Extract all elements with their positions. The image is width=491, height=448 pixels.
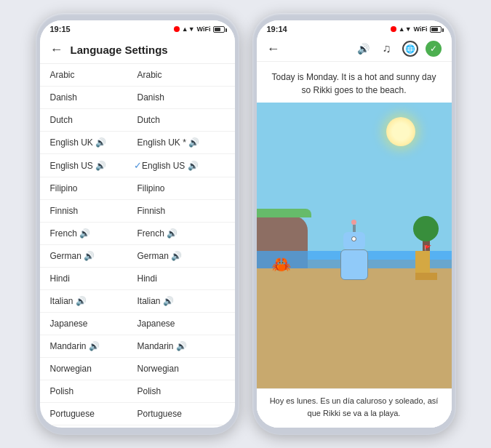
lang-name-col2: English US 🔊 bbox=[142, 161, 199, 171]
wifi-icon-1: WiFi bbox=[197, 25, 211, 33]
app-bar-language: ← Language Settings bbox=[40, 36, 235, 64]
lang-row[interactable]: German 🔊 German 🔊 bbox=[40, 245, 235, 268]
phone-story-reader: 19:14 ▲▼ WiFi ← 🔊 ♫ 🌐 ✓ bbox=[252, 13, 456, 435]
lang-row[interactable]: Italian 🔊 Italian 🔊 bbox=[40, 290, 235, 313]
lang-row[interactable]: Filipino Filipino bbox=[40, 177, 235, 200]
mic-icon-2 bbox=[389, 26, 396, 32]
lang-name-col2: Japanese bbox=[137, 319, 175, 329]
lang-col1: Portuguese bbox=[50, 409, 137, 419]
lang-name-col2: Hindi bbox=[137, 273, 157, 284]
lang-name-col2: Portuguese bbox=[137, 409, 182, 419]
sandcastle-decoration: 🚩 bbox=[415, 251, 437, 280]
crab-character: 🦀 bbox=[271, 255, 291, 274]
lang-col2: English UK * 🔊 bbox=[137, 137, 225, 148]
lang-col2: Finnish bbox=[137, 206, 225, 216]
mic-icon-1 bbox=[172, 26, 180, 32]
story-illustration: 🦀 🚩 bbox=[257, 103, 452, 388]
lang-name-col1: Arabic bbox=[50, 70, 75, 80]
lang-col1: Arabic bbox=[50, 70, 137, 80]
cliff-grass-decoration bbox=[257, 209, 311, 217]
lang-name-col1: Norwegian bbox=[50, 364, 92, 374]
back-button-2[interactable]: ← bbox=[267, 41, 280, 57]
signal-icon-2: ▲▼ bbox=[399, 25, 412, 33]
lang-name-col2: Arabic bbox=[137, 70, 162, 80]
lang-row[interactable]: Mandarin 🔊 Mandarin 🔊 bbox=[40, 335, 235, 358]
lang-col2: Japanese bbox=[137, 319, 225, 329]
lang-row[interactable]: English UK 🔊 English UK * 🔊 bbox=[40, 132, 235, 154]
lang-col1: Hindi bbox=[50, 273, 137, 284]
lang-row[interactable]: Hindi Hindi bbox=[40, 268, 235, 290]
lang-name-col2: Norwegian bbox=[137, 364, 179, 374]
lang-name-col1: German 🔊 bbox=[50, 251, 95, 261]
language-settings-title: Language Settings bbox=[71, 44, 168, 56]
story-text-top: Today is Monday. It is a hot and sunny d… bbox=[257, 62, 452, 103]
check-icon[interactable]: ✓ bbox=[426, 41, 442, 57]
reader-icons-right: 🔊 ♫ 🌐 ✓ bbox=[356, 41, 442, 57]
lang-col1: German 🔊 bbox=[50, 251, 137, 261]
lang-name-col2: Italian 🔊 bbox=[137, 296, 174, 306]
time-2: 19:14 bbox=[267, 25, 287, 33]
battery-icon-2 bbox=[430, 25, 442, 33]
lang-col1: Finnish bbox=[50, 206, 137, 216]
language-list[interactable]: Arabic Arabic Danish Danish Dutch Dutch bbox=[40, 64, 235, 428]
lang-row[interactable]: Japanese Japanese bbox=[40, 313, 235, 335]
sand-decoration bbox=[257, 268, 452, 388]
lang-col1: English US 🔊 bbox=[50, 161, 133, 171]
back-button-1[interactable]: ← bbox=[50, 42, 63, 57]
globe-icon[interactable]: 🌐 bbox=[402, 41, 418, 57]
lang-name-col1: English US 🔊 bbox=[50, 161, 107, 171]
lang-col1: Dutch bbox=[50, 115, 137, 125]
lang-col2: Danish bbox=[137, 92, 225, 103]
lang-col1: English UK 🔊 bbox=[50, 137, 137, 148]
lang-name-col1: English UK 🔊 bbox=[50, 137, 107, 148]
lang-col1: Danish bbox=[50, 92, 137, 103]
lang-row[interactable]: French 🔊 French 🔊 bbox=[40, 223, 235, 245]
signal-icon-1: ▲▼ bbox=[182, 25, 195, 33]
lang-name-col1: Finnish bbox=[50, 206, 79, 216]
lang-name-col2: Polish bbox=[137, 386, 161, 396]
lang-name-col1: Hindi bbox=[50, 273, 70, 284]
lang-col1: Japanese bbox=[50, 319, 137, 329]
lang-name-col1: French 🔊 bbox=[50, 228, 91, 239]
lang-name-col2: Mandarin 🔊 bbox=[137, 341, 187, 351]
lang-name-col2: Danish bbox=[137, 92, 164, 103]
lang-col1: Italian 🔊 bbox=[50, 296, 137, 306]
sun-decoration bbox=[386, 117, 415, 146]
lang-row[interactable]: Portuguese Portuguese bbox=[40, 403, 235, 425]
lang-name-col2: Filipino bbox=[137, 183, 165, 193]
lang-col1: Mandarin 🔊 bbox=[50, 341, 137, 351]
lang-name-col2: French 🔊 bbox=[137, 228, 178, 239]
lang-row[interactable]: English US 🔊 ✓ English US 🔊 bbox=[40, 154, 235, 177]
lang-col2: Polish bbox=[137, 386, 225, 396]
lang-name-col1: Dutch bbox=[50, 115, 73, 125]
lang-row[interactable]: Arabic Arabic bbox=[40, 64, 235, 87]
robot-character bbox=[340, 220, 368, 280]
lang-row[interactable]: Finnish Finnish bbox=[40, 200, 235, 223]
lang-col2: Norwegian bbox=[137, 364, 225, 374]
lang-name-col1: Japanese bbox=[50, 319, 88, 329]
lang-name-col2: Finnish bbox=[137, 206, 166, 216]
lang-col1: Norwegian bbox=[50, 364, 137, 374]
status-bar-1: 19:15 ▲▼ WiFi bbox=[40, 20, 235, 36]
battery-icon-1 bbox=[213, 25, 225, 33]
lang-row[interactable]: Polish Polish bbox=[40, 380, 235, 403]
lang-col2: Mandarin 🔊 bbox=[137, 341, 225, 351]
volume-icon[interactable]: 🔊 bbox=[356, 41, 372, 57]
lang-col2: Hindi bbox=[137, 273, 225, 284]
lang-row[interactable]: Dutch Dutch bbox=[40, 109, 235, 132]
lang-col2: French 🔊 bbox=[137, 228, 225, 239]
lang-col2: English US 🔊 bbox=[142, 161, 225, 171]
lang-col2: Italian 🔊 bbox=[137, 296, 225, 306]
music-icon[interactable]: ♫ bbox=[379, 41, 395, 57]
lang-name-col2: English UK * 🔊 bbox=[137, 137, 200, 148]
lang-col2: Arabic bbox=[137, 70, 225, 80]
story-text-bottom: Hoy es lunes. Es un día caluroso y solea… bbox=[257, 388, 452, 428]
lang-row[interactable]: Norwegian Norwegian bbox=[40, 358, 235, 380]
reader-app-bar: ← 🔊 ♫ 🌐 ✓ bbox=[257, 36, 452, 62]
lang-col2: Filipino bbox=[137, 183, 225, 193]
tree-top-decoration bbox=[413, 216, 439, 241]
lang-row[interactable]: Danish Danish bbox=[40, 87, 235, 109]
lang-name-col1: Italian 🔊 bbox=[50, 296, 87, 306]
lang-name-col1: Filipino bbox=[50, 183, 78, 193]
lang-name-col1: Danish bbox=[50, 92, 77, 103]
